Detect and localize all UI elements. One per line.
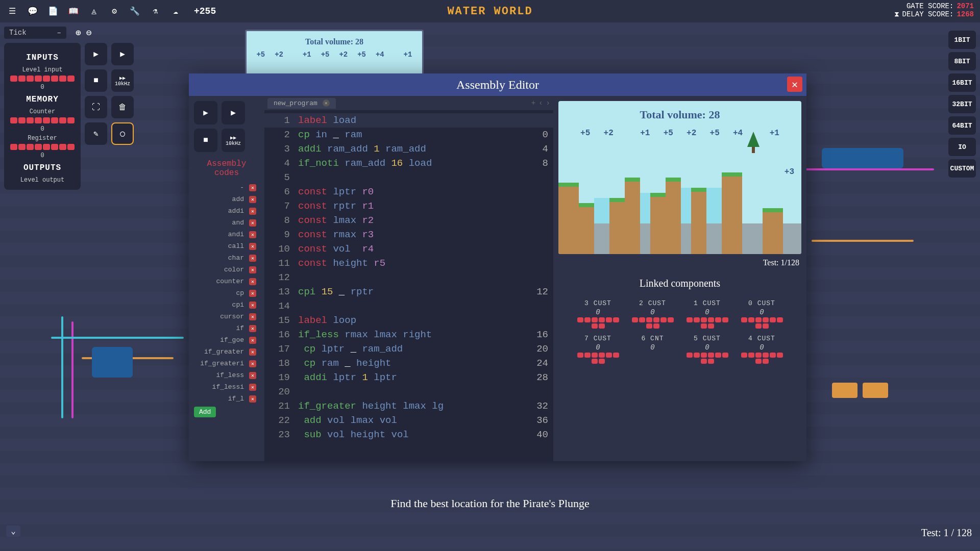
asm-item-if_greateri[interactable]: if_greateri✕ xyxy=(194,359,259,368)
code-line[interactable]: 4if_noti ram_add 16 load8 xyxy=(264,156,553,170)
asm-delete-icon[interactable]: ✕ xyxy=(249,337,256,344)
zoom-out-icon[interactable]: ⊖ xyxy=(86,27,92,38)
stop-button[interactable]: ■ xyxy=(85,69,107,92)
asm-item-andi[interactable]: andi✕ xyxy=(194,230,259,239)
code-line[interactable]: 18 cp ram _ height24 xyxy=(264,356,553,370)
code-line[interactable]: 6const lptr r0 xyxy=(264,185,553,199)
editor-fast-button[interactable]: ▶▶10kHz xyxy=(222,129,245,152)
code-line[interactable]: 1label load xyxy=(264,113,553,128)
select-button[interactable]: ⛶ xyxy=(85,96,107,118)
code-editor[interactable]: 1label load2cp in _ ram03addi ram_add 1 … xyxy=(264,110,553,461)
tab-prev-icon[interactable]: ‹ xyxy=(538,99,543,107)
gear-icon[interactable]: ⚙ xyxy=(108,5,120,17)
asm-item-add[interactable]: add✕ xyxy=(194,194,259,204)
tab-close-icon[interactable]: ✕ xyxy=(323,99,330,107)
code-line[interactable]: 21if_greater height lmax lg32 xyxy=(264,399,553,413)
asm-delete-icon[interactable]: ✕ xyxy=(249,196,256,203)
code-line[interactable]: 3addi ram_add 1 ram_add4 xyxy=(264,142,553,156)
asm-delete-icon[interactable]: ✕ xyxy=(249,184,256,191)
book-icon[interactable]: 📖 xyxy=(67,5,80,17)
bit-32[interactable]: 32BIT xyxy=(948,95,976,113)
file-icon[interactable]: 📄 xyxy=(47,5,59,17)
chat-icon[interactable]: 💬 xyxy=(27,5,39,17)
asm-delete-icon[interactable]: ✕ xyxy=(249,243,256,250)
tab-add-icon[interactable]: + xyxy=(531,99,535,107)
bit-8[interactable]: 8BIT xyxy=(948,52,976,70)
asm-delete-icon[interactable]: ✕ xyxy=(249,208,256,215)
asm-item-if_lessi[interactable]: if_lessi✕ xyxy=(194,382,259,392)
code-line[interactable]: 20 xyxy=(264,385,553,399)
editor-stop-button[interactable]: ■ xyxy=(194,129,217,152)
code-line[interactable]: 22 add vol lmax vol36 xyxy=(264,413,553,428)
fast-button[interactable]: ▶▶10kHz xyxy=(111,69,134,92)
asm-delete-icon[interactable]: ✕ xyxy=(249,372,256,379)
asm-item-if[interactable]: if✕ xyxy=(194,323,259,333)
asm-delete-icon[interactable]: ✕ xyxy=(249,278,256,285)
asm-item-color[interactable]: color✕ xyxy=(194,265,259,274)
asm-delete-icon[interactable]: ✕ xyxy=(249,348,256,356)
flask-icon[interactable]: ⚗ xyxy=(149,5,161,17)
asm-delete-icon[interactable]: ✕ xyxy=(249,384,256,391)
step-button[interactable]: ▶ xyxy=(85,43,107,65)
asm-item-addi[interactable]: addi✕ xyxy=(194,206,259,216)
code-line[interactable]: 15label loop xyxy=(264,313,553,328)
code-line[interactable]: 10const vol r4 xyxy=(264,242,553,256)
asm-delete-icon[interactable]: ✕ xyxy=(249,313,256,320)
asm-item-if_goe[interactable]: if_goe✕ xyxy=(194,335,259,345)
code-line[interactable]: 19 addi lptr 1 lptr28 xyxy=(264,370,553,385)
play-button[interactable]: ▶ xyxy=(111,43,134,65)
code-line[interactable]: 12 xyxy=(264,270,553,285)
asm-delete-icon[interactable]: ✕ xyxy=(249,219,256,227)
code-line[interactable]: 7const rptr r1 xyxy=(264,199,553,213)
code-line[interactable]: 14 xyxy=(264,299,553,313)
bit-64[interactable]: 64BIT xyxy=(948,116,976,135)
bit-custom[interactable]: CUSTOM xyxy=(948,159,976,178)
expand-button[interactable]: ⌄ xyxy=(6,525,20,537)
code-line[interactable]: 11const height r5 xyxy=(264,256,553,270)
asm-delete-icon[interactable]: ✕ xyxy=(249,325,256,332)
zoom-in-icon[interactable]: ⊕ xyxy=(76,27,81,38)
bit-16[interactable]: 16BIT xyxy=(948,73,976,92)
bit-1[interactable]: 1BIT xyxy=(948,31,976,49)
menu-icon[interactable]: ☰ xyxy=(6,5,18,17)
cloud-icon[interactable]: ☁ xyxy=(169,5,182,17)
editor-play-button[interactable]: ▶ xyxy=(222,101,245,124)
code-line[interactable]: 16if_less rmax lmax right16 xyxy=(264,328,553,342)
asm-item-cp[interactable]: cp✕ xyxy=(194,288,259,298)
editor-step-button[interactable]: ▶ xyxy=(194,101,217,124)
tab-next-icon[interactable]: › xyxy=(546,99,550,107)
code-line[interactable]: 2cp in _ ram0 xyxy=(264,128,553,142)
asm-item-and[interactable]: and✕ xyxy=(194,218,259,228)
wrench-icon[interactable]: 🔧 xyxy=(129,5,141,17)
asm-item-cpi[interactable]: cpi✕ xyxy=(194,300,259,310)
asm-item--[interactable]: -✕ xyxy=(194,183,259,192)
tree-icon[interactable]: ◬ xyxy=(88,5,100,17)
tick-selector[interactable]: Tick – xyxy=(4,27,66,39)
asm-item-counter[interactable]: counter✕ xyxy=(194,277,259,286)
bit-io[interactable]: IO xyxy=(948,138,976,156)
asm-delete-icon[interactable]: ✕ xyxy=(249,395,256,403)
asm-item-call[interactable]: call✕ xyxy=(194,241,259,251)
edit-button[interactable]: ✎ xyxy=(85,122,107,145)
asm-item-cursor[interactable]: cursor✕ xyxy=(194,312,259,321)
asm-delete-icon[interactable]: ✕ xyxy=(249,231,256,238)
asm-item-if_less[interactable]: if_less✕ xyxy=(194,370,259,380)
asm-delete-icon[interactable]: ✕ xyxy=(249,290,256,297)
code-line[interactable]: 8const lmax r2 xyxy=(264,213,553,228)
code-line[interactable]: 17 cp lptr _ ram_add20 xyxy=(264,342,553,356)
tab-new-program[interactable]: new_program ✕ xyxy=(267,98,336,109)
code-line[interactable]: 13cpi 15 _ rptr12 xyxy=(264,285,553,299)
code-line[interactable]: 23 sub vol height vol40 xyxy=(264,428,553,442)
asm-item-if_greater[interactable]: if_greater✕ xyxy=(194,347,259,357)
delete-button[interactable]: 🗑 xyxy=(111,96,134,118)
asm-item-if_l[interactable]: if_l✕ xyxy=(194,394,259,404)
asm-delete-icon[interactable]: ✕ xyxy=(249,360,256,367)
plus-count[interactable]: +255 xyxy=(194,6,216,16)
asm-delete-icon[interactable]: ✕ xyxy=(249,266,256,273)
code-line[interactable]: 5 xyxy=(264,170,553,185)
add-opcode-button[interactable]: Add xyxy=(194,407,216,417)
asm-delete-icon[interactable]: ✕ xyxy=(249,255,256,262)
asm-delete-icon[interactable]: ✕ xyxy=(249,302,256,309)
close-button[interactable]: ✕ xyxy=(787,77,802,92)
record-button[interactable]: ◯ xyxy=(111,122,134,145)
